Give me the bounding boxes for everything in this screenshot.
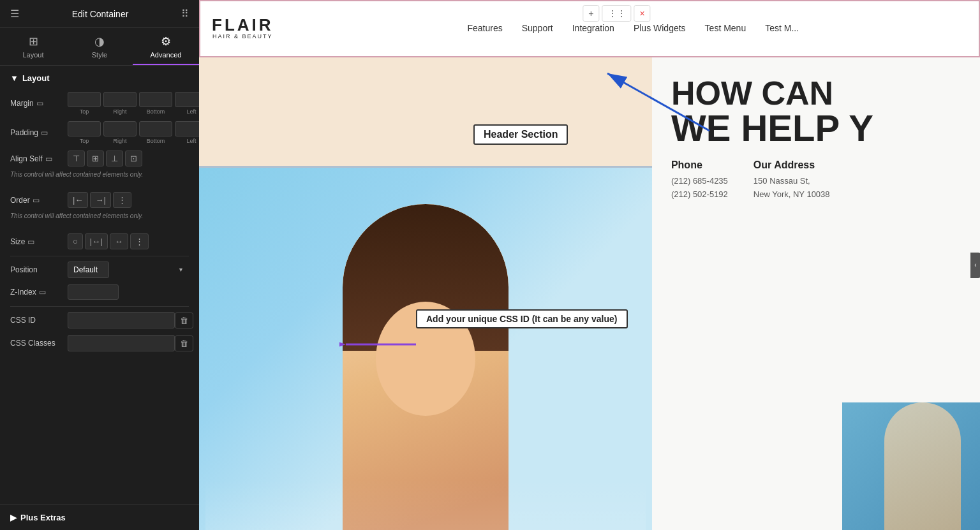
phone-value-1: (212) 685-4235	[671, 175, 728, 188]
margin-bottom-label: Bottom	[147, 108, 165, 115]
hamburger-icon[interactable]: ☰	[10, 8, 19, 20]
css-classes-label: CSS Classes	[10, 339, 68, 348]
logo-text-sub: HAIR & BEAUTY	[212, 33, 274, 40]
nav-link-test-menu[interactable]: Test Menu	[705, 23, 746, 33]
tab-style[interactable]: ◑ Style	[66, 28, 133, 65]
align-stretch-btn[interactable]: ⊡	[125, 151, 142, 166]
address-label: Our Address	[754, 159, 830, 171]
margin-top-label: Top	[80, 108, 89, 115]
position-label: Position	[10, 265, 68, 274]
padding-top-input[interactable]: 0	[68, 121, 101, 136]
nav-link-plus-widgets[interactable]: Plus Widgets	[634, 23, 686, 33]
nav-link-features[interactable]: Features	[467, 23, 502, 33]
plus-extras-label: Plus Extras	[20, 513, 66, 522]
margin-top-input[interactable]: 0	[68, 92, 101, 107]
z-index-input[interactable]: 95	[68, 284, 119, 300]
css-classes-row: CSS Classes 🗑	[10, 335, 189, 351]
css-classes-input[interactable]	[68, 335, 175, 351]
element-toolbar: + ⋮⋮ ×	[583, 5, 650, 22]
padding-bottom-label: Bottom	[147, 138, 165, 144]
layout-section-header[interactable]: ▼ Layout	[10, 73, 189, 83]
separator-1	[10, 256, 189, 256]
tab-advanced-label: Advanced	[151, 51, 182, 59]
padding-bottom-input[interactable]: 0	[139, 121, 172, 136]
order-custom-btn[interactable]: ⋮	[113, 192, 131, 208]
logo-text-flair: FLAIR	[212, 17, 274, 33]
separator-2	[10, 306, 189, 307]
right-canvas: + ⋮⋮ × FLAIR HAIR & BEAUTY Features Supp…	[199, 0, 980, 530]
order-buttons: |← →| ⋮	[68, 192, 131, 208]
style-tab-icon: ◑	[94, 34, 105, 48]
align-self-row: Align Self ▭ ⊤ ⊞ ⊥ ⊡ This control will a…	[10, 151, 189, 186]
padding-label: Padding ▭	[10, 128, 68, 137]
margin-left-group: 0 Left	[175, 92, 199, 115]
nav-links: Features Support Integration Plus Widget…	[299, 23, 967, 33]
order-monitor-icon: ▭	[33, 196, 40, 205]
padding-top-group: 0 Top	[68, 121, 101, 144]
address-value-2: New York, NY 10038	[754, 188, 830, 202]
address-value-1: 150 Nassau St,	[754, 175, 830, 188]
padding-right-group: 5 Right	[103, 121, 137, 144]
nav-link-integration[interactable]: Integration	[572, 23, 614, 33]
toolbar-move-btn[interactable]: ⋮⋮	[602, 5, 632, 22]
padding-left-group: 5 Left	[175, 121, 199, 144]
margin-monitor-icon: ▭	[36, 99, 43, 108]
nav-link-support[interactable]: Support	[522, 23, 553, 33]
size-fit-btn[interactable]: |↔|	[85, 233, 108, 249]
size-label: Size ▭	[10, 237, 68, 246]
size-buttons: ○ |↔| ↔ ⋮	[68, 233, 149, 249]
order-first-btn[interactable]: |←	[68, 192, 88, 208]
padding-left-input[interactable]: 5	[175, 121, 199, 136]
margin-right-input[interactable]: 0	[103, 92, 137, 107]
css-id-delete-btn[interactable]: 🗑	[175, 313, 193, 328]
align-middle-btn[interactable]: ⊞	[87, 151, 104, 166]
position-select[interactable]: Default Fixed Absolute Relative Sticky	[68, 261, 109, 278]
layout-section-label: Layout	[22, 73, 50, 83]
size-more-btn[interactable]: ⋮	[130, 233, 149, 249]
css-id-row: CSS ID scroll-to-top 🗑	[10, 312, 189, 328]
panel-header: ☰ Edit Container ⠿	[0, 0, 199, 28]
plus-extras-section[interactable]: ▶ Plus Extras	[0, 504, 199, 530]
order-last-btn[interactable]: →|	[90, 192, 110, 208]
canvas-left-section	[199, 57, 652, 530]
align-self-hint: This control will affect contained eleme…	[10, 170, 143, 179]
margin-label: Margin ▭	[10, 99, 68, 108]
padding-top-label: Top	[80, 138, 89, 144]
padding-inputs: 0 Top 5 Right 0 Bottom 5 Left	[68, 121, 199, 144]
nav-logo: FLAIR HAIR & BEAUTY	[212, 17, 274, 40]
css-id-input[interactable]: scroll-to-top	[68, 312, 175, 328]
tab-layout[interactable]: ⊞ Layout	[0, 28, 66, 65]
tab-layout-label: Layout	[22, 51, 43, 59]
padding-right-input[interactable]: 5	[103, 121, 137, 136]
nav-link-test-m[interactable]: Test M...	[765, 23, 799, 33]
hero-line2: WE HELP Y	[671, 110, 961, 147]
align-self-buttons: ⊤ ⊞ ⊥ ⊡	[68, 151, 142, 166]
contact-grid: Phone (212) 685-4235 (212) 502-5192 Our …	[671, 159, 961, 202]
hero-line1: HOW CAN	[671, 77, 961, 110]
css-id-callout: Add your unique CSS ID (It can be any va…	[416, 309, 628, 328]
size-auto-btn[interactable]: ○	[68, 233, 83, 249]
position-row: Position Default Fixed Absolute Relative…	[10, 261, 189, 278]
grid-icon[interactable]: ⠿	[181, 8, 189, 20]
tab-advanced[interactable]: ⚙ Advanced	[133, 28, 199, 65]
canvas-content: HOW CAN WE HELP Y Phone (212) 685-4235 (…	[199, 57, 980, 530]
toolbar-close-btn[interactable]: ×	[634, 5, 651, 22]
align-top-btn[interactable]: ⊤	[68, 151, 85, 166]
padding-left-label: Left	[186, 138, 196, 144]
blue-section	[842, 402, 980, 530]
size-fill-btn[interactable]: ↔	[110, 233, 128, 249]
panel-title: Edit Container	[72, 9, 129, 19]
css-id-label: CSS ID	[10, 316, 68, 325]
margin-bottom-input[interactable]: -80	[139, 92, 172, 107]
padding-monitor-icon: ▭	[41, 128, 48, 137]
margin-bottom-group: -80 Bottom	[139, 92, 172, 115]
z-index-row: Z-Index ▭ 95	[10, 284, 189, 300]
margin-left-input[interactable]: 0	[175, 92, 199, 107]
align-bottom-btn[interactable]: ⊥	[106, 151, 123, 166]
tab-style-label: Style	[92, 51, 107, 59]
toolbar-add-btn[interactable]: +	[583, 5, 599, 22]
layout-tab-icon: ⊞	[29, 34, 38, 48]
size-row: Size ▭ ○ |↔| ↔ ⋮	[10, 233, 189, 249]
css-classes-delete-btn[interactable]: 🗑	[175, 335, 193, 351]
canvas-right-section: HOW CAN WE HELP Y Phone (212) 685-4235 (…	[652, 57, 980, 530]
